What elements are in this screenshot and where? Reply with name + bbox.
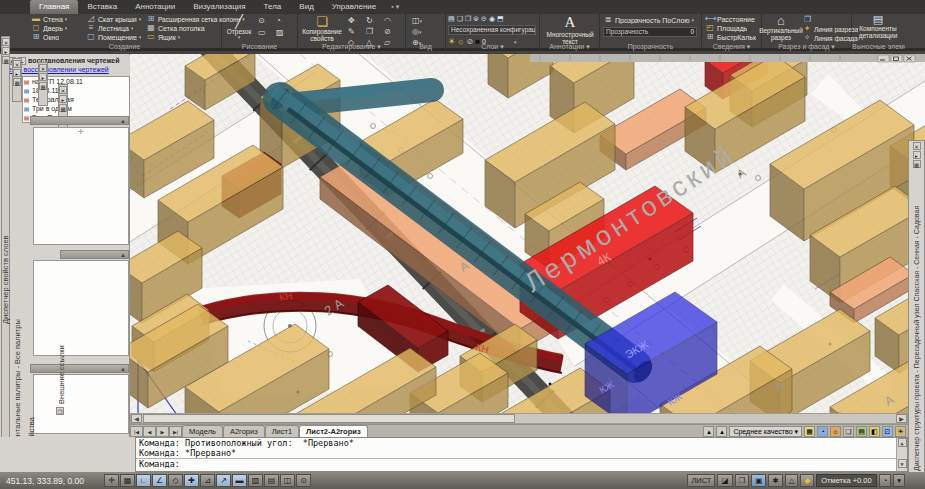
mtext-button[interactable]: АМногострочный текст [542, 14, 598, 45]
osnap-toggle[interactable]: ◇ [168, 474, 183, 487]
erase-button[interactable]: ✎ [348, 27, 355, 36]
rect-button[interactable]: ▭· [258, 28, 267, 37]
panel-label-transparency[interactable]: Прозрачность [600, 42, 701, 51]
properties-icon[interactable]: ▦ [59, 104, 67, 112]
fillet-button[interactable]: ◠· [384, 16, 393, 25]
ceiling-grid-button[interactable]: ▦Сетка потолка [146, 24, 205, 32]
ribbon-minimize-icon[interactable]: ▪ ▾ [385, 0, 405, 14]
move-button[interactable]: ✥· [348, 16, 356, 25]
quick-properties-toggle[interactable]: ▤ [264, 474, 279, 487]
prev-tab-icon[interactable]: ◀ [143, 426, 156, 437]
render-icon[interactable]: ◧ [869, 426, 880, 437]
circle-button[interactable]: ⊙· [258, 16, 266, 25]
autohide-icon[interactable]: ▸ [13, 69, 21, 77]
line-button[interactable]: ╱Отрезок▾ [224, 15, 254, 41]
properties-icon[interactable]: ▦ [39, 82, 47, 90]
close-icon[interactable]: ✕ [913, 142, 921, 150]
viewport-lock-icon[interactable]: ▣ [751, 474, 766, 487]
autohide-icon[interactable]: ▸ [913, 151, 921, 159]
window-button[interactable]: ⊞Окно [31, 33, 59, 41]
elevation-readout[interactable]: Отметка +0.00 [816, 474, 876, 487]
autohide-icon[interactable]: ▸ [39, 73, 47, 81]
window-controls[interactable] [878, 55, 915, 62]
panel-label-create[interactable]: Создание [28, 42, 221, 51]
render-window-icon[interactable]: ☀ [895, 426, 906, 437]
stair-button[interactable]: ≡Лестница▾ [86, 24, 133, 32]
workspace-icon[interactable]: ✱ [768, 474, 782, 487]
scroll-down-icon[interactable]: ▼ [898, 459, 907, 468]
coordinates-readout[interactable]: 451.13, 333.89, 0.00 [0, 476, 104, 486]
panel-label-view[interactable]: Вид [406, 42, 445, 51]
close-icon[interactable]: ✕ [2, 38, 10, 46]
project-navigator-spine[interactable]: ✕ ▸ ▦ Диспетчер структуры проекта - Пере… [908, 140, 925, 489]
area-button[interactable]: ◰Площадь [705, 24, 747, 32]
tab-insert[interactable]: Вставка [78, 0, 126, 14]
copy-button[interactable]: ❐ [366, 27, 373, 36]
palette-collapse-bar[interactable]: ▲ [30, 364, 129, 373]
render-region-icon[interactable]: ⊡ [882, 426, 893, 437]
section-line-button[interactable]: ✦Линия разреза [802, 25, 858, 33]
layer-tools-icons[interactable]: ▤❏❐⊜⊝◉⬒ [448, 15, 506, 23]
tab-visualize[interactable]: Визуализация [184, 0, 254, 14]
vertical-section-button[interactable]: ⌂Вертикальный разрез [763, 14, 799, 41]
box-button[interactable]: ▭Ящик▾ [146, 33, 180, 41]
hatch-button[interactable]: ▨· [276, 28, 285, 37]
elevation-line-button[interactable]: ✧Линия фасада [802, 34, 858, 42]
panel-label-annotation[interactable]: Аннотации ▾ [540, 42, 599, 51]
layer-config-dropdown[interactable]: Несохраненная конфигурация сл ▾ [448, 25, 536, 35]
first-tab-icon[interactable]: |◀ [130, 426, 143, 437]
isolate-icon[interactable]: ◆ [800, 474, 814, 487]
tab-view[interactable]: Вид [290, 0, 322, 14]
palette-collapse-bar[interactable]: ▲ [60, 250, 129, 259]
lwt-toggle[interactable]: ▬ [232, 474, 247, 487]
status-menu-icon[interactable]: ▾ [893, 474, 905, 487]
polar-toggle[interactable]: ∠ [152, 474, 167, 487]
xref-icon[interactable]: ❐ [56, 407, 64, 415]
quickcalc-button[interactable]: ⊞БыстрКальк [705, 33, 756, 41]
tab-model[interactable]: Модель [182, 425, 223, 437]
tab-manage[interactable]: Управление [323, 0, 385, 14]
drawing-hscrollbar[interactable]: ◀ ▶ [130, 413, 908, 424]
tab-solids[interactable]: Тела [255, 0, 291, 14]
materials-icon[interactable]: ❏ [843, 426, 854, 437]
quick-view-drawings-icon[interactable]: ❐ [735, 474, 750, 487]
quality-dropdown[interactable]: Среднее качество ▾ [729, 426, 802, 437]
distance-button[interactable]: ⟷Расстояние [705, 15, 755, 23]
match-properties-button[interactable]: ❏Копирование свойств [300, 15, 344, 42]
tab-annotate[interactable]: Аннотации [126, 0, 184, 14]
close-icon[interactable]: ✕ [13, 60, 21, 68]
autohide-icon[interactable]: ▸ [59, 95, 67, 103]
dyn-toggle[interactable]: ↗ [216, 474, 231, 487]
autohide-icon[interactable]: ▸ [2, 47, 10, 55]
next-tab-icon[interactable]: ▶ [156, 426, 169, 437]
properties-icon[interactable]: ▦ [2, 56, 10, 64]
grid-toggle[interactable]: ▦ [120, 474, 135, 487]
quick-view-layouts-icon[interactable]: ◪ [717, 474, 732, 487]
wall-button[interactable]: ▬Стена▾ [31, 15, 67, 23]
selection-cycling-toggle[interactable]: ◫ [280, 474, 295, 487]
scroll-thumb[interactable] [143, 414, 515, 423]
camera-button[interactable]: ◎▾ [412, 27, 422, 36]
lights-icon[interactable]: ◔ [817, 426, 828, 437]
sun-status-icon[interactable]: ☼ [830, 426, 841, 437]
panel-label-layers[interactable]: Слои ▾ [446, 42, 539, 51]
close-icon[interactable]: ✕ [59, 86, 67, 94]
tab-a2goriz[interactable]: A2гориз [223, 425, 265, 437]
otrack-toggle[interactable]: ✚ [184, 474, 199, 487]
transparency-toggle[interactable]: ▨ [248, 474, 263, 487]
ducs-toggle[interactable]: ⊿ [200, 474, 215, 487]
palette-collapse-bar[interactable]: ▲ [30, 116, 129, 125]
command-prompt[interactable]: Команда: [136, 458, 907, 468]
panel-label-section[interactable]: Разрез и фасад ▾ [762, 42, 851, 51]
last-tab-icon[interactable]: ▶| [169, 426, 182, 437]
palette-spine[interactable]: ✕▸▦ [38, 62, 48, 106]
space-button[interactable]: ▢Помещение▾ [86, 33, 141, 41]
view-box-button[interactable]: ◫▾ [412, 16, 422, 25]
tab-list2-a2goriz[interactable]: Лист2-А2гориз [299, 425, 368, 437]
unlock-icon[interactable]: △ [785, 474, 799, 487]
panel-label-inquiry[interactable]: Сведения ▾ [702, 42, 761, 51]
panel-label-modify[interactable]: Редактирование ▾ [298, 42, 405, 51]
command-window[interactable]: Команда: Противоположный угол: *Прервано… [135, 437, 908, 472]
view-cube-button[interactable]: ◔· [276, 16, 283, 25]
ortho-toggle[interactable]: ∟ [136, 474, 151, 487]
